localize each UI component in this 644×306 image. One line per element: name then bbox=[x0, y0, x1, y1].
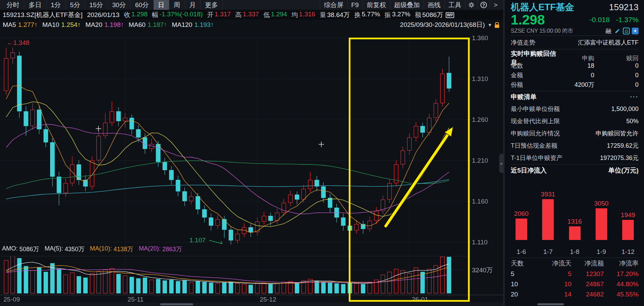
nav-trend-value: 汇添富中证机器人ETF bbox=[578, 38, 639, 47]
fund-price: 1.298 bbox=[511, 13, 545, 27]
info-row-T日预估现金差额: T日预估现金差额17259.62元 bbox=[511, 140, 639, 152]
trading-terminal: 分时多日1分5分15分30分60分日周月更多 综合屏F9前复权超级叠加画线工具 … bbox=[0, 0, 644, 306]
quote-field-额: 额5086万 bbox=[415, 11, 443, 19]
tab-60分[interactable]: 60分 bbox=[131, 0, 153, 10]
alert-bell-icon[interactable] bbox=[623, 28, 630, 34]
subscription-rows: 笔数180金额00份额4200万0 bbox=[511, 61, 639, 90]
netflow-title: 近5日净流入 bbox=[511, 166, 547, 175]
scrollbar-thumb[interactable] bbox=[160, 303, 193, 305]
tab-多日[interactable]: 多日 bbox=[24, 0, 46, 10]
info-row-申购赎回允许情况: 申购赎回允许情况申购赎回皆允许 bbox=[511, 127, 639, 140]
ma-item-MA60: MA601.187↑ bbox=[129, 21, 167, 29]
quote-field-高: 高1.337 bbox=[235, 11, 259, 19]
ma-item-MA120: MA1201.193↑ bbox=[172, 21, 214, 29]
fund-change: -0.018 bbox=[589, 16, 610, 24]
toolbar-button-前复权[interactable]: 前复权 bbox=[363, 0, 390, 10]
wp-monitor-icon[interactable]: WP bbox=[446, 12, 455, 18]
netflow-unit: 单位(万元) bbox=[608, 166, 639, 175]
netflow-category: 1-12 bbox=[618, 248, 638, 258]
fund-change-pct: -1.37% bbox=[616, 16, 639, 24]
amo-item: MA(5):4350万 bbox=[45, 245, 85, 253]
lock-icon[interactable] bbox=[495, 25, 499, 28]
toolbar-expand-icon[interactable]: > bbox=[490, 0, 501, 10]
quote-field-幅: 幅-1.37%(-0.018) bbox=[152, 11, 203, 19]
quote-field-振: 振3.27% bbox=[384, 11, 410, 19]
nav-trend-row[interactable]: 净值走势 汇添富中证机器人ETF bbox=[511, 36, 639, 49]
info-row-现金替代比例上限: 现金替代比例上限50% bbox=[511, 115, 639, 127]
toolbar: 分时多日1分5分15分30分60分日周月更多 综合屏F9前复权超级叠加画线工具 … bbox=[0, 0, 503, 10]
tab-30分[interactable]: 30分 bbox=[108, 0, 131, 10]
table-row[interactable]: 551230717.20% bbox=[511, 269, 639, 279]
netflow-category: 1-6 bbox=[511, 248, 531, 258]
sidebar-collapse-handle[interactable]: » bbox=[499, 154, 504, 173]
netflow-category: 1-8 bbox=[565, 248, 585, 258]
amo-indicator-row: AMO:5086万MA(5):4350万MA(10):4138万MA(20):2… bbox=[2, 245, 182, 253]
tab-周[interactable]: 周 bbox=[169, 0, 185, 10]
table-row[interactable]: 10102486744.80% bbox=[511, 279, 639, 289]
tab-日[interactable]: 日 bbox=[154, 0, 169, 10]
sidebar-scrollbar-thumb[interactable] bbox=[537, 303, 564, 305]
amo-item: MA(10):4138万 bbox=[90, 245, 133, 253]
toolbar-tools: 综合屏F9前复权超级叠加画线工具 ? > bbox=[320, 0, 501, 10]
subscription-row-笔数: 笔数180 bbox=[511, 61, 639, 70]
nav-trend-label: 净值走势 bbox=[511, 38, 535, 47]
quote-field-均: 均1.316 bbox=[291, 11, 315, 19]
netflow-bar-chart: 20603931131630501949 bbox=[511, 177, 639, 240]
toolbar-button-画线[interactable]: 画线 bbox=[424, 0, 444, 10]
edit-pencil-icon[interactable] bbox=[614, 28, 621, 34]
tab-月[interactable]: 月 bbox=[185, 0, 201, 10]
table-row[interactable]: 20142468245.55% bbox=[511, 289, 639, 300]
quote-field-收: 收1.298 bbox=[124, 11, 148, 19]
col-header-sell: 赎回 bbox=[594, 54, 639, 62]
toolbar-button-F9[interactable]: F9 bbox=[347, 0, 363, 10]
exchange-status: SZSE CNY 15:00:00 闭市 bbox=[511, 28, 573, 35]
fund-name: 机器人ETF基金 bbox=[511, 1, 574, 13]
tab-15分[interactable]: 15分 bbox=[85, 0, 108, 10]
quote-field-换: 换5.77% bbox=[354, 11, 380, 19]
date-range-label[interactable]: 2025/09/30-2026/01/13(68日) bbox=[400, 20, 485, 30]
margin-flag: 融 bbox=[605, 27, 611, 35]
symbol-label: 159213.SZ[机器人ETF基金] bbox=[3, 11, 82, 19]
quote-info-row: 159213.SZ[机器人ETF基金] 2026/01/13 收1.298幅-1… bbox=[0, 11, 503, 19]
subscription-row-份额: 份额4200万0 bbox=[511, 80, 639, 90]
tab-5分[interactable]: 5分 bbox=[66, 0, 85, 10]
toolbar-button-综合屏[interactable]: 综合屏 bbox=[320, 0, 347, 10]
ma-item-MA10: MA101.254↑ bbox=[42, 21, 81, 29]
ma-item-MA20: MA201.198↑ bbox=[86, 21, 124, 29]
date-range-control: 2025/09/30-2026/01/13(68日) ▼ bbox=[400, 20, 499, 29]
fund-code: 159213 bbox=[609, 2, 639, 13]
settings-gear-icon[interactable] bbox=[465, 0, 477, 10]
tab-1分[interactable]: 1分 bbox=[46, 0, 66, 10]
quote-date: 2026/01/13 bbox=[87, 11, 119, 19]
candlestick-chart[interactable] bbox=[0, 29, 503, 306]
ma-indicator-row: MA51.277↑MA101.254↑MA201.198↑MA601.187↑M… bbox=[0, 20, 503, 29]
quote-fields: 收1.298幅-1.37%(-0.018)开1.317高1.337低1.294均… bbox=[124, 11, 443, 19]
col-header-buy: 申购 bbox=[556, 54, 594, 62]
netflow-bar: 3050 bbox=[592, 200, 611, 240]
fund-sidebar: 机器人ETF基金 159213 1.298 -0.018 -1.37% SZSE… bbox=[505, 0, 644, 306]
chevron-down-icon[interactable]: ▼ bbox=[488, 22, 492, 28]
chart-horizontal-scrollbar[interactable] bbox=[0, 303, 503, 306]
tab-分时[interactable]: 分时 bbox=[2, 0, 24, 10]
netflow-table-body: 551230717.20%10102486744.80%20142468245.… bbox=[511, 269, 639, 300]
netflow-bar: 3931 bbox=[538, 191, 558, 240]
help-icon[interactable]: ? bbox=[477, 0, 490, 10]
toolbar-button-工具[interactable]: 工具 bbox=[444, 0, 465, 10]
more-ellipsis-button[interactable]: ··· bbox=[630, 93, 639, 101]
tab-更多[interactable]: 更多 bbox=[201, 0, 223, 10]
netflow-table-header: 天数净流天净流额净流率 bbox=[511, 258, 639, 269]
amo-item: AMO:5086万 bbox=[2, 245, 39, 253]
netflow-bar: 1316 bbox=[565, 218, 585, 240]
quote-field-低: 低1.294 bbox=[263, 11, 287, 19]
redemption-list-title: 申赎清单 bbox=[511, 93, 537, 101]
toolbar-button-超级叠加[interactable]: 超级叠加 bbox=[390, 0, 424, 10]
subscription-row-金额: 金额00 bbox=[511, 70, 639, 80]
netflow-category: 1-7 bbox=[538, 248, 558, 258]
amo-item: MA(20):2863万 bbox=[139, 245, 182, 253]
ma-items: MA51.277↑MA101.254↑MA201.198↑MA601.187↑M… bbox=[3, 21, 214, 29]
quote-field-开: 开1.317 bbox=[207, 11, 231, 19]
ma-item-MA5: MA51.277↑ bbox=[3, 21, 37, 29]
netflow-bar: 2060 bbox=[511, 210, 531, 240]
netflow-categories: 1-61-71-81-91-12 bbox=[511, 240, 639, 258]
add-plus-icon[interactable]: + bbox=[632, 28, 639, 34]
